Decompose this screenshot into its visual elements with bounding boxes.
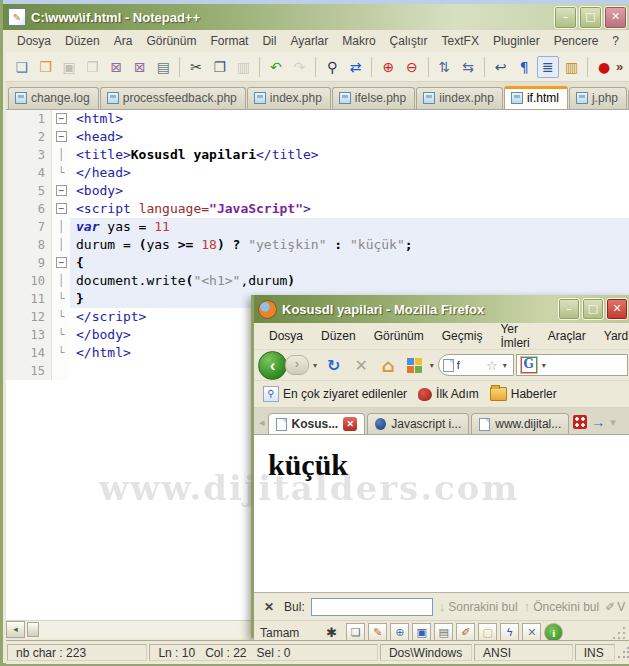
find-previous-button[interactable]: ↑ Öncekini bul: [524, 599, 600, 614]
npp-menu-makro[interactable]: Makro: [335, 32, 382, 50]
bookmark-i-lk-ad-m[interactable]: İlk Adım: [415, 385, 482, 403]
npp-menu-d-zen[interactable]: Düzen: [58, 32, 107, 50]
hscroll-left-arrow[interactable]: ◂: [6, 621, 25, 638]
npp-menu--al-t-r[interactable]: Çalıştır: [383, 32, 435, 50]
print-icon[interactable]: ▤: [153, 56, 175, 78]
url-bar[interactable]: f ☆ ▾: [438, 354, 514, 376]
npp-menu-textfx[interactable]: TextFX: [435, 32, 486, 50]
fold-collapse-icon[interactable]: −: [56, 113, 67, 124]
firefox-close-button[interactable]: ✕: [606, 298, 628, 320]
code-line-9[interactable]: 9−{: [6, 254, 629, 272]
fold-collapse-icon[interactable]: −: [56, 185, 67, 196]
history-dropdown-icon[interactable]: ▾: [311, 361, 319, 370]
browser-content[interactable]: küçük: [254, 435, 629, 592]
zoom-in-icon[interactable]: ⊕: [377, 56, 399, 78]
code-line-4[interactable]: 4└</head>: [6, 164, 629, 182]
new-file-icon[interactable]: ❏: [11, 56, 33, 78]
npp-tab-if.html[interactable]: if.html: [504, 86, 568, 109]
back-button[interactable]: ‹: [258, 351, 287, 380]
findbar-close-icon[interactable]: ✕: [260, 600, 278, 614]
zoom-out-icon[interactable]: ⊖: [401, 56, 423, 78]
word-wrap-icon[interactable]: ↩: [490, 56, 512, 78]
firefox-titlebar[interactable]: Kosusdl yapilari - Mozilla Firefox – □ ✕: [254, 295, 629, 323]
npp-tab-j.php[interactable]: j.php: [569, 87, 627, 109]
ff-menu-dosya[interactable]: Dosya: [260, 327, 312, 345]
fold-collapse-icon[interactable]: −: [56, 203, 67, 214]
code-line-1[interactable]: 1−<html>: [6, 110, 629, 128]
npp-tab-change.log[interactable]: change.log: [8, 87, 99, 109]
code-line-5[interactable]: 5−<body>: [6, 182, 629, 200]
cut-icon[interactable]: ✂: [185, 56, 207, 78]
undo-icon[interactable]: ↶: [265, 56, 287, 78]
ff-menu-d-zen[interactable]: Düzen: [312, 327, 365, 345]
ff-menu-ara-lar[interactable]: Araçlar: [539, 327, 595, 345]
bookmark-en-ok-ziyaret-edilenler[interactable]: ⚲En çok ziyaret edilenler: [260, 384, 410, 404]
npp-menu-pencere[interactable]: Pencere: [547, 32, 606, 50]
npp-tab-ifelse.php[interactable]: ifelse.php: [332, 87, 415, 109]
find-input[interactable]: [311, 598, 433, 616]
firefox-maximize-button[interactable]: □: [582, 298, 604, 320]
ff-menu-yer-i-mleri[interactable]: Yer İmleri: [491, 320, 538, 352]
npp-minimize-button[interactable]: –: [554, 6, 577, 29]
open-folder-icon[interactable]: ❒: [35, 56, 57, 78]
npp-menu--[interactable]: ?: [605, 32, 626, 50]
npp-tab-iindex.php[interactable]: iindex.php: [416, 87, 503, 109]
npp-menu-ara[interactable]: Ara: [107, 32, 140, 50]
fold-margin[interactable]: −: [52, 200, 70, 218]
npp-resize-grip[interactable]: [616, 646, 629, 660]
firefox-minimize-button[interactable]: –: [558, 298, 580, 320]
find-next-button[interactable]: ↓ Sonrakini bul: [439, 599, 518, 614]
ff-tab-www-dijital-[interactable]: www.dijital...: [471, 413, 569, 434]
npp-menu-dosya[interactable]: Dosya: [10, 32, 58, 50]
code-line-8[interactable]: 8│durum = (yas >= 18) ? "yetişkin" : "kü…: [6, 236, 629, 254]
code-line-7[interactable]: 7│var yas = 11: [6, 218, 629, 236]
tabs-dropdown-icon[interactable]: ▾: [607, 416, 619, 429]
forward-button[interactable]: ›: [285, 355, 309, 375]
npp-menu-format[interactable]: Format: [203, 32, 255, 50]
doc-map-icon[interactable]: ▥: [561, 56, 583, 78]
firefox-resize-grip[interactable]: [613, 626, 626, 639]
npp-menu-pluginler[interactable]: Pluginler: [486, 32, 547, 50]
fold-margin[interactable]: −: [52, 128, 70, 146]
record-macro-icon[interactable]: ●: [593, 56, 615, 78]
close-all-docs-icon[interactable]: ⊠: [129, 56, 151, 78]
search-box[interactable]: G ▾: [516, 354, 628, 376]
show-all-characters-icon[interactable]: ¶: [513, 56, 535, 78]
code-line-6[interactable]: 6−<script language="JavaScript">: [6, 200, 629, 218]
ff-menu-yard-m[interactable]: Yardım: [595, 327, 629, 345]
bug-icon[interactable]: ✱: [326, 625, 337, 640]
highlight-all-button[interactable]: ✐ V: [605, 600, 625, 614]
tabs-scroll-right-icon[interactable]: →: [589, 414, 607, 430]
ff-tab-javascript-i-[interactable]: Javascript i...: [367, 413, 469, 434]
reload-button[interactable]: ↻: [321, 356, 346, 375]
copy-icon[interactable]: ❐: [209, 56, 231, 78]
speed-dial-icon[interactable]: [407, 358, 422, 373]
close-doc-icon[interactable]: ⊠: [105, 56, 127, 78]
npp-tab-processfeedback.php[interactable]: processfeedback.php: [100, 87, 246, 109]
list-all-tabs-icon[interactable]: [573, 415, 587, 429]
ff-menu-g-r-n-m[interactable]: Görünüm: [365, 327, 433, 345]
ff-menu-ge-mi-[interactable]: Geçmiş: [433, 327, 492, 345]
npp-menu-g-r-n-m[interactable]: Görünüm: [139, 32, 203, 50]
toolbar-overflow-chevron[interactable]: »: [616, 59, 625, 74]
fold-collapse-icon[interactable]: −: [56, 131, 67, 142]
indent-guide-icon[interactable]: ≣: [537, 56, 559, 78]
npp-menu-dil[interactable]: Dil: [255, 32, 283, 50]
replace-icon[interactable]: ⇄: [345, 56, 367, 78]
url-text[interactable]: f: [457, 359, 483, 371]
npp-close-button[interactable]: ✕: [604, 6, 627, 29]
fold-margin[interactable]: −: [52, 182, 70, 200]
bookmark-haberler[interactable]: Haberler: [487, 385, 560, 403]
search-input[interactable]: [550, 357, 624, 373]
find-icon[interactable]: ⚲: [321, 56, 343, 78]
npp-tab-index.php[interactable]: index.php: [247, 87, 331, 109]
search-engine-dropdown-icon[interactable]: ▾: [540, 361, 548, 370]
stop-button[interactable]: ✕: [348, 356, 373, 375]
npp-menu-ayarlar[interactable]: Ayarlar: [283, 32, 335, 50]
url-dropdown-icon[interactable]: ▾: [501, 361, 509, 370]
ff-tab-kosus-[interactable]: Kosus...✕: [268, 413, 366, 434]
tabs-scroll-left-icon[interactable]: ◂: [256, 416, 268, 429]
speed-dial-dropdown-icon[interactable]: ▾: [428, 361, 436, 370]
fold-margin[interactable]: −: [52, 110, 70, 128]
sync-vertical-icon[interactable]: ⇅: [434, 56, 456, 78]
